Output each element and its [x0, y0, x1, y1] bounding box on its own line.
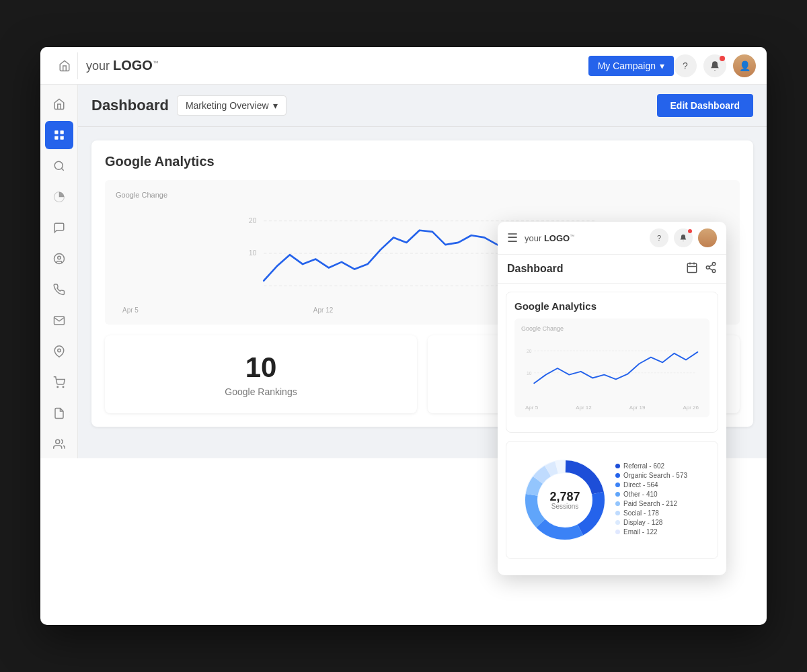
nav-right: ? 👤 [674, 54, 756, 77]
svg-text:20: 20 [527, 349, 532, 353]
legend-item-organic: Organic Search - 573 [615, 472, 687, 479]
legend-item-direct: Direct - 564 [615, 481, 687, 489]
mobile-notifications-button[interactable] [674, 228, 693, 247]
svg-point-9 [57, 386, 59, 388]
mobile-dashboard-header: Dashboard [498, 255, 726, 284]
rankings-number: 10 [121, 351, 401, 384]
legend-dot [615, 464, 620, 468]
legend-item-display: Display - 128 [615, 519, 687, 526]
svg-rect-17 [687, 263, 697, 273]
svg-point-21 [712, 263, 716, 266]
sidebar-item-social[interactable] [45, 245, 73, 273]
google-analytics-title: Google Analytics [105, 154, 740, 169]
donut-chart: 2,787 Sessions [521, 456, 609, 544]
mobile-nav-icons: ? [650, 228, 717, 247]
notifications-button[interactable] [703, 54, 726, 77]
mobile-avatar[interactable] [698, 228, 717, 247]
sidebar-item-comments[interactable] [45, 214, 73, 242]
legend-dot [615, 501, 620, 506]
sidebar-item-search[interactable] [45, 152, 73, 180]
legend-dot [615, 511, 620, 515]
legend-item-other: Other - 410 [615, 491, 687, 498]
sessions-label: Sessions [549, 503, 580, 510]
mobile-header-icons [686, 261, 717, 276]
mobile-donut-card: 2,787 Sessions Referral - 602 Organic Se… [506, 441, 718, 559]
hamburger-icon[interactable]: ☰ [507, 230, 518, 245]
google-rankings-widget: 10 Google Rankings [105, 335, 417, 413]
logo-area: your LOGO™ [86, 58, 588, 73]
campaign-button[interactable]: My Campaign ▾ [588, 56, 674, 76]
svg-point-4 [54, 161, 63, 169]
mobile-content: Google Analytics Google Change 20 10 Apr… [498, 284, 726, 575]
mobile-analytics-title: Google Analytics [514, 300, 709, 312]
legend-item-social: Social - 178 [615, 509, 687, 517]
mobile-chart-container: Google Change 20 10 Apr 5 Apr 12 Apr 19 … [514, 319, 709, 417]
legend-dot [615, 520, 620, 525]
legend-item-email: Email - 122 [615, 528, 687, 536]
edit-dashboard-button[interactable]: Edit Dashboard [657, 94, 753, 117]
sidebar-item-cart[interactable] [45, 368, 73, 396]
sidebar-item-dashboard[interactable] [45, 121, 73, 149]
legend-dot [615, 482, 620, 487]
sidebar-item-users[interactable] [45, 430, 73, 458]
mobile-chart-svg: 20 10 [521, 335, 703, 402]
dashboard-header: Dashboard Marketing Overview ▾ Edit Dash… [78, 85, 767, 127]
sessions-number: 2,787 [549, 491, 580, 503]
mobile-help-button[interactable]: ? [650, 228, 668, 247]
mobile-nav: ☰ your LOGO™ ? [498, 222, 726, 255]
avatar[interactable]: 👤 [733, 54, 756, 77]
notification-dot [720, 56, 725, 61]
svg-text:20: 20 [249, 216, 257, 224]
svg-point-22 [706, 266, 709, 269]
donut-center: 2,787 Sessions [549, 491, 580, 510]
svg-point-23 [712, 269, 716, 273]
mobile-logo: your LOGO™ [525, 233, 650, 243]
sidebar-item-file[interactable] [45, 399, 73, 427]
legend-dot [615, 473, 620, 478]
svg-rect-0 [54, 130, 58, 134]
svg-line-5 [61, 168, 63, 170]
home-button[interactable] [51, 52, 78, 79]
mobile-notification-dot [688, 229, 692, 233]
donut-legend: Referral - 602 Organic Search - 573 Dire… [615, 462, 687, 538]
svg-rect-1 [60, 130, 63, 134]
sidebar [40, 85, 78, 458]
donut-section: 2,787 Sessions Referral - 602 Organic Se… [514, 450, 709, 550]
mobile-x-labels: Apr 5 Apr 12 Apr 19 Apr 26 [521, 405, 703, 411]
legend-dot [615, 492, 620, 497]
mobile-preview-panel: ☰ your LOGO™ ? Dashboard [498, 222, 726, 575]
svg-line-24 [709, 268, 712, 270]
rankings-label: Google Rankings [121, 386, 401, 397]
top-navigation: your LOGO™ My Campaign ▾ ? 👤 [40, 47, 767, 85]
svg-point-11 [55, 439, 59, 444]
dashboard-title: Dashboard [91, 97, 169, 114]
mobile-chart-label: Google Change [521, 325, 703, 332]
sidebar-item-location[interactable] [45, 337, 73, 366]
svg-line-25 [709, 265, 712, 267]
sidebar-item-home[interactable] [45, 90, 73, 118]
svg-text:10: 10 [249, 249, 257, 257]
marketing-overview-dropdown[interactable]: Marketing Overview ▾ [177, 95, 286, 116]
sidebar-item-email[interactable] [45, 306, 73, 335]
chart-label: Google Change [116, 191, 729, 199]
svg-rect-3 [60, 136, 63, 140]
mobile-dashboard-title: Dashboard [507, 263, 564, 275]
sidebar-item-reports[interactable] [45, 183, 73, 211]
legend-dot [615, 530, 620, 534]
svg-point-8 [57, 349, 61, 352]
svg-point-10 [63, 386, 64, 388]
mobile-calendar-icon[interactable] [686, 261, 698, 276]
sidebar-item-phone[interactable] [45, 276, 73, 304]
svg-rect-2 [54, 136, 58, 140]
help-button[interactable]: ? [674, 54, 697, 77]
mobile-analytics-card: Google Analytics Google Change 20 10 Apr… [506, 292, 718, 433]
legend-item-referral: Referral - 602 [615, 462, 687, 470]
svg-text:10: 10 [527, 371, 532, 376]
svg-point-7 [57, 256, 61, 259]
logo-text: your LOGO™ [86, 58, 159, 73]
mobile-share-icon[interactable] [705, 261, 717, 276]
legend-item-paid: Paid Search - 212 [615, 500, 687, 507]
